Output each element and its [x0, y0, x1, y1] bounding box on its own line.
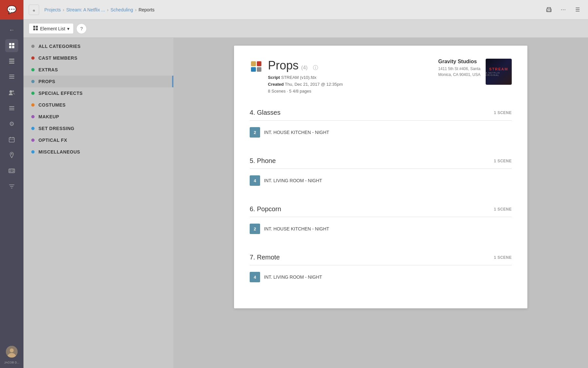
help-button[interactable]: ?	[76, 23, 87, 34]
info-icon[interactable]: ⓘ	[313, 65, 318, 71]
prop-scene-count: 1 SCENE	[494, 207, 512, 212]
grid-nav-icon[interactable]	[5, 39, 18, 52]
sidebar-item-label: OPTICAL FX	[38, 138, 67, 143]
sidebar-item-optical-fx[interactable]: OPTICAL FX	[23, 134, 173, 146]
category-dot	[31, 127, 35, 130]
element-list-dropdown[interactable]: Element List ▾	[29, 23, 74, 34]
prop-name: 7. Remote	[250, 254, 280, 261]
scene-number-badge: 2	[250, 224, 260, 234]
props-sections: 4. Glasses 1 SCENE 2 INT. HOUSE KITCHEN …	[250, 102, 512, 285]
report-card: Props (4) ⓘ Script STREAM (v10).fdx Crea…	[234, 46, 527, 308]
top-nav-actions: ⋯ ☰	[544, 5, 583, 15]
sidebar-item-costumes[interactable]: COSTUMES	[23, 99, 173, 111]
category-dot	[31, 45, 35, 48]
sidebar-item-props[interactable]: PROPS	[23, 76, 173, 87]
category-dot	[31, 150, 35, 154]
svg-rect-0	[9, 43, 11, 45]
group-nav-icon[interactable]	[5, 86, 18, 99]
svg-rect-20	[9, 169, 15, 173]
svg-point-19	[11, 153, 12, 155]
icon-bar-bottom: JACOB D...	[4, 342, 20, 368]
sidebar-item-miscellaneous[interactable]: MISCELLANEOUS	[23, 146, 173, 158]
breadcrumb: Projects › Stream: A Netflix ... › Sched…	[44, 7, 154, 12]
layers-nav-icon[interactable]	[5, 55, 18, 68]
gravity-logo[interactable]: G	[29, 5, 39, 15]
scene-row: 2 INT. HOUSE KITCHEN - NIGHT	[250, 221, 512, 237]
sidebar-item-makeup[interactable]: MAKEUP	[23, 111, 173, 123]
sidebar-item-label: COSTUMES	[38, 102, 66, 108]
sidebar-item-extras[interactable]: EXTRAS	[23, 64, 173, 76]
category-dot	[31, 103, 35, 107]
sidebar-item-label: MISCELLANEOUS	[38, 149, 80, 155]
report-meta: Script STREAM (v10).fdx Created Thu, Dec…	[268, 74, 343, 95]
breadcrumb-stream[interactable]: Stream: A Netflix ...	[66, 7, 105, 12]
sidebar-item-label: EXTRAS	[38, 67, 58, 72]
toolbar: Element List ▾ ?	[23, 20, 588, 38]
svg-rect-8	[9, 76, 14, 77]
prop-scene-count: 1 SCENE	[494, 159, 512, 163]
prop-scene-count: 1 SCENE	[494, 110, 512, 115]
main-content: G Projects › Stream: A Netflix ... › Sch…	[23, 0, 588, 368]
thumbnail-inner: STREAM A NETFLIX ORIGINAL	[486, 59, 512, 85]
prop-section-header: 5. Phone 1 SCENE	[250, 151, 512, 169]
thumbnail-title: STREAM	[489, 67, 508, 71]
category-dot	[31, 68, 35, 71]
sidebar-item-all-categories[interactable]: ALL CATEGORIES	[23, 40, 173, 52]
menu-button[interactable]: ☰	[572, 5, 583, 15]
svg-rect-23	[13, 169, 14, 170]
svg-rect-12	[9, 106, 14, 107]
dropdown-arrow-icon: ▾	[67, 26, 69, 31]
report-header: Props (4) ⓘ Script STREAM (v10).fdx Crea…	[250, 59, 512, 95]
icon-bar: 💬 ←	[0, 0, 23, 368]
category-dot	[31, 80, 35, 83]
scene-number-badge: 4	[250, 175, 260, 186]
prop-section-header: 7. Remote 1 SCENE	[250, 247, 512, 265]
svg-point-31	[10, 348, 14, 352]
prop-section-phone: 5. Phone 1 SCENE 4 INT. LIVING ROOM - NI…	[250, 151, 512, 188]
sidebar: ALL CATEGORIES CAST MEMBERS EXTRAS PROPS…	[23, 38, 173, 368]
print-button[interactable]	[544, 5, 554, 15]
more-options-button[interactable]: ⋯	[558, 5, 568, 15]
prop-section-popcorn: 6. Popcorn 1 SCENE 2 INT. HOUSE KITCHEN …	[250, 199, 512, 237]
calendar-nav-icon[interactable]	[5, 133, 18, 146]
scene-row: 4 INT. LIVING ROOM - NIGHT	[250, 173, 512, 188]
back-nav-icon[interactable]: ←	[5, 23, 18, 37]
film-nav-icon[interactable]	[5, 164, 18, 177]
sidebar-item-label: ALL CATEGORIES	[38, 44, 81, 49]
props-category-icon	[250, 60, 263, 73]
svg-rect-6	[9, 63, 14, 64]
report-count: (4)	[301, 65, 308, 71]
svg-rect-7	[9, 75, 14, 75]
breadcrumb-sep-2: ›	[107, 7, 109, 12]
list-nav-icon[interactable]	[5, 102, 18, 115]
sidebar-item-set-dressing[interactable]: SET DRESSING	[23, 123, 173, 134]
breadcrumb-scheduling[interactable]: Scheduling	[110, 7, 133, 12]
svg-rect-13	[9, 108, 14, 109]
icon-bar-nav: ←	[5, 20, 18, 342]
gear-nav-icon[interactable]: ⚙	[5, 117, 18, 130]
pin-nav-icon[interactable]	[5, 149, 18, 162]
svg-rect-40	[36, 28, 38, 30]
breadcrumb-projects[interactable]: Projects	[44, 7, 61, 12]
scene-title: INT. HOUSE KITCHEN - NIGHT	[264, 226, 329, 231]
svg-rect-21	[9, 169, 10, 170]
grid-icon	[33, 25, 38, 32]
prop-section-header: 6. Popcorn 1 SCENE	[250, 199, 512, 217]
lines-nav-icon[interactable]	[5, 70, 18, 83]
breadcrumb-sep-3: ›	[135, 7, 137, 12]
sidebar-item-cast-members[interactable]: CAST MEMBERS	[23, 52, 173, 64]
scene-title: INT. LIVING ROOM - NIGHT	[264, 178, 322, 183]
sidebar-item-label: SET DRESSING	[38, 126, 74, 131]
breadcrumb-sep-1: ›	[63, 7, 65, 12]
scene-title: INT. LIVING ROOM - NIGHT	[264, 274, 322, 280]
sidebar-item-special-effects[interactable]: SPECIAL EFFECTS	[23, 87, 173, 99]
svg-point-11	[12, 90, 14, 92]
studio-address: 1411 5th St #406, Santa Monica, CA 90401…	[438, 66, 480, 78]
sidebar-item-label: CAST MEMBERS	[38, 55, 78, 61]
category-dot	[31, 115, 35, 118]
avatar[interactable]	[6, 346, 18, 358]
svg-rect-35	[547, 10, 551, 11]
svg-rect-22	[9, 171, 10, 172]
logo-area[interactable]: 💬	[0, 0, 23, 20]
filter-nav-icon[interactable]	[5, 180, 18, 193]
